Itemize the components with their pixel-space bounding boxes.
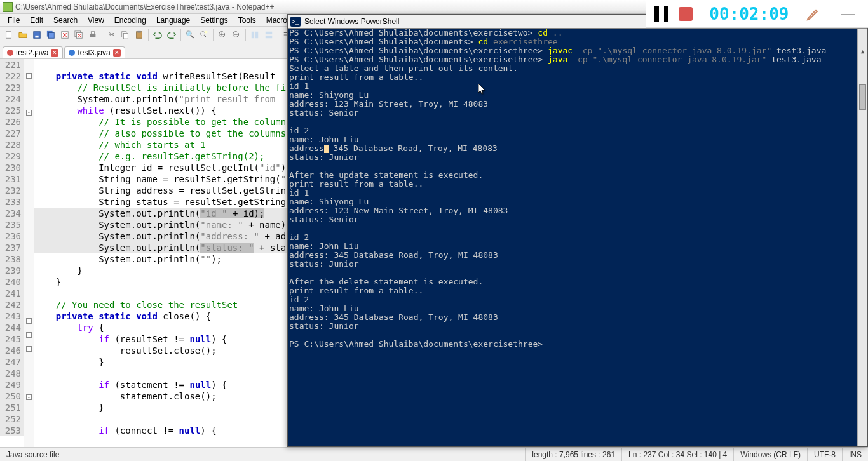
code-content[interactable]: private static void writeResultSet(Resul… [34,59,297,436]
line-number: 253 [0,425,21,436]
npp-title-text: C:\Users\Ahmed Shulaiba\Documents\Exerci… [15,3,275,11]
code-line[interactable]: System.out.println("address: " + addr [34,230,297,242]
terminal-line: address 345 Database Road, Troy, MI 4808… [289,144,867,153]
save-icon[interactable] [31,29,43,41]
screen-recorder-bar[interactable]: 00:02:09 — [646,0,868,28]
terminal-line [289,224,867,233]
find-icon[interactable]: 🔍 [184,29,196,41]
open-file-icon[interactable] [17,29,29,41]
fold-toggle-icon[interactable]: - [26,346,32,352]
fold-toggle-icon[interactable]: - [26,110,32,116]
menu-tools[interactable]: Tools [233,15,261,26]
sync-v-icon[interactable] [248,29,261,41]
code-line[interactable]: String status = resultSet.getString( [34,196,297,208]
code-line[interactable]: } [34,402,297,413]
fold-toggle-icon[interactable]: - [26,73,32,79]
code-line[interactable] [34,59,297,70]
svg-rect-20 [266,31,273,34]
fold-toggle-icon[interactable]: - [26,332,32,338]
terminal-line: PS C:\Users\Ahmed Shulaiba\documents\exe… [289,46,867,55]
line-number: 251 [0,402,21,413]
code-line[interactable]: } [34,356,297,368]
terminal-line: print result from a table.. [289,286,867,295]
code-line[interactable]: // It is possible to get the columns [34,116,297,128]
terminal-line [289,162,867,171]
code-line[interactable]: resultSet.close(); [34,345,297,356]
code-line[interactable]: System.out.println("name: " + name); [34,219,297,230]
code-line[interactable]: System.out.println("id " + id); [34,208,297,219]
status-encoding: UTF-8 [807,448,842,461]
tab-test3-java[interactable]: test3.java✕ [64,46,125,58]
code-line[interactable]: private static void close() { [34,311,297,322]
pause-button[interactable] [654,6,668,22]
line-number: 249 [0,379,21,391]
tab-close-icon[interactable]: ✕ [113,49,121,57]
code-line[interactable]: String address = resultSet.getString [34,185,297,196]
code-line[interactable]: if (connect != null) { [34,425,297,436]
line-number: 222 [0,70,21,82]
close-all-icon[interactable] [72,29,85,41]
powershell-window[interactable]: >_ Select Windows PowerShell PS C:\Users… [287,14,868,447]
svg-point-14 [201,31,205,36]
code-line[interactable] [34,368,297,379]
print-icon[interactable] [86,29,99,41]
replace-icon[interactable] [198,29,210,41]
code-line[interactable]: // which starts at 1 [34,139,297,150]
menu-search[interactable]: Search [48,15,83,26]
line-gutter: 2212222232242252262272282292302312322332… [0,59,24,436]
ps-scrollbar[interactable]: ▲ [857,29,867,446]
code-line[interactable]: while (resultSet.next()) { [34,105,297,116]
fold-toggle-icon[interactable]: - [26,318,32,324]
menu-encoding[interactable]: Encoding [109,15,151,26]
menu-edit[interactable]: Edit [25,15,48,26]
paste-icon[interactable] [133,29,146,41]
ps-terminal[interactable]: PS C:\Users\Ahmed Shulaiba\documents\exe… [288,29,867,446]
code-line[interactable]: if (resultSet != null) { [34,333,297,345]
code-line[interactable]: // ResultSet is initially before the fi [34,82,297,93]
scroll-thumb[interactable] [859,84,866,110]
new-file-icon[interactable] [3,29,15,41]
scroll-up-arrow[interactable]: ▲ [858,46,867,57]
sync-h-icon[interactable] [262,29,275,41]
pen-annotation-icon[interactable] [806,6,821,22]
code-line[interactable]: System.out.println(""); [34,253,297,265]
terminal-line: status: Junior [289,153,867,162]
cut-icon[interactable]: ✂ [105,29,118,41]
tab-close-icon[interactable]: ✕ [51,49,58,57]
minimize-button[interactable]: — [837,6,859,22]
code-line[interactable]: // also possible to get the columns [34,128,297,139]
terminal-line: After the update statement is executed. [289,171,867,180]
code-line[interactable]: try { [34,322,297,333]
line-number: 227 [0,128,21,139]
code-line[interactable]: System.out.println("status: " + stat [34,242,297,253]
menu-settings[interactable]: Settings [195,15,233,26]
code-line[interactable]: Integer id = resultSet.getInt("id"); [34,162,297,173]
code-line[interactable]: } [34,276,297,288]
save-all-icon[interactable] [44,29,57,41]
code-line[interactable]: if (statement != null) { [34,379,297,391]
code-line[interactable]: // You need to close the resultSet [34,299,297,311]
zoom-in-icon[interactable] [216,29,229,41]
code-line[interactable]: String name = resultSet.getString("N [34,173,297,185]
fold-toggle-icon[interactable]: - [26,394,32,400]
close-icon[interactable] [58,29,71,41]
undo-icon[interactable] [151,29,164,41]
code-line[interactable]: System.out.println("print result from [34,93,297,105]
menu-view[interactable]: View [83,15,109,26]
terminal-line: name: John Liu [289,135,867,144]
tab-test2-java[interactable]: test2.java✕ [3,46,63,58]
code-line[interactable]: } [34,265,297,276]
line-number: 246 [0,345,21,356]
copy-icon[interactable] [119,29,132,41]
fold-column[interactable]: ------ [24,59,34,448]
code-line[interactable]: // e.g. resultSet.getSTring(2); [34,150,297,162]
menu-language[interactable]: Language [151,15,195,26]
code-line[interactable] [34,288,297,299]
code-line[interactable]: statement.close(); [34,391,297,402]
menu-file[interactable]: File [3,15,25,26]
redo-icon[interactable] [165,29,178,41]
zoom-out-icon[interactable] [230,29,243,41]
code-line[interactable]: private static void writeResultSet(Resul… [34,70,297,82]
stop-button[interactable] [679,7,693,21]
code-line[interactable] [34,413,297,425]
